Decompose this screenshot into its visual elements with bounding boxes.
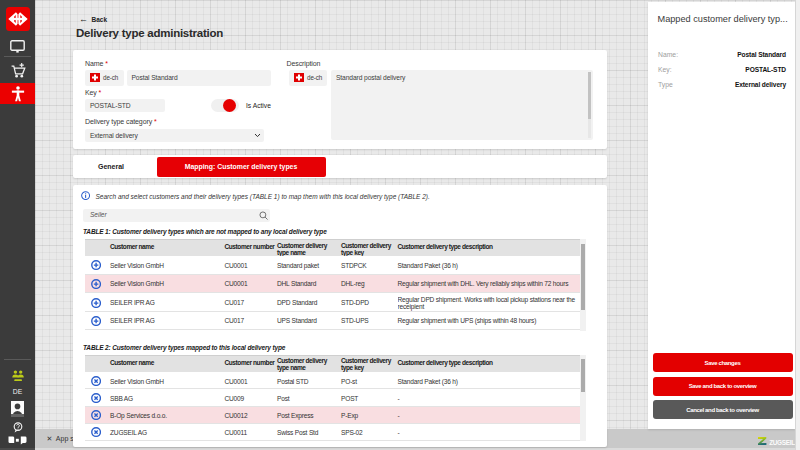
svg-text:ZUGSEIL: ZUGSEIL	[769, 438, 795, 445]
